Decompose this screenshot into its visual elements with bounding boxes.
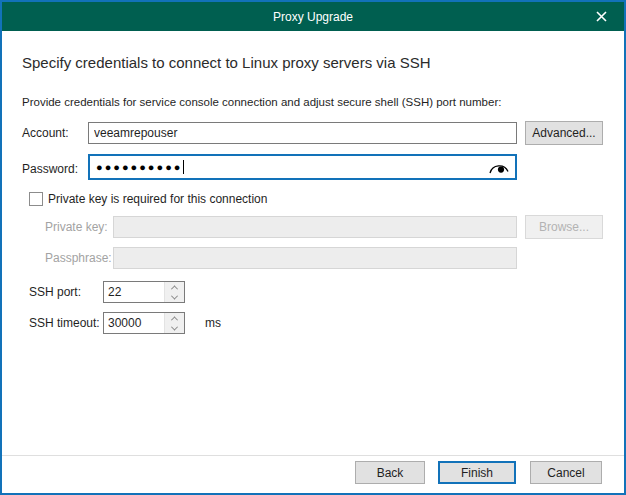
chevron-up-icon [171, 316, 178, 323]
passphrase-input [113, 247, 517, 269]
ssh-port-up-button[interactable] [165, 282, 184, 292]
private-key-checkbox[interactable] [29, 192, 43, 206]
chevron-down-icon [171, 292, 178, 299]
cancel-button[interactable]: Cancel [530, 461, 602, 484]
chevron-down-icon [171, 323, 178, 330]
page-title: Specify credentials to connect to Linux … [22, 54, 431, 71]
ssh-port-spinner [164, 282, 184, 302]
passphrase-label: Passphrase: [45, 247, 112, 269]
ssh-port-input[interactable] [104, 282, 164, 302]
ssh-timeout-down-button[interactable] [165, 323, 184, 333]
ssh-timeout-input[interactable] [104, 313, 164, 333]
back-button[interactable]: Back [355, 461, 425, 484]
chevron-up-icon [171, 285, 178, 292]
window-title: Proxy Upgrade [273, 10, 353, 24]
text-caret [183, 160, 184, 174]
ssh-timeout-up-button[interactable] [165, 313, 184, 323]
account-label: Account: [22, 122, 69, 144]
titlebar: Proxy Upgrade [2, 2, 624, 31]
password-input[interactable]: ●●●●●●●●●● [88, 154, 517, 180]
password-label: Password: [22, 156, 78, 182]
ssh-timeout-spinbox [103, 312, 185, 334]
footer-separator [2, 455, 624, 456]
private-key-checkbox-label: Private key is required for this connect… [48, 192, 267, 206]
ssh-timeout-unit: ms [205, 312, 221, 334]
ssh-timeout-spinner [164, 313, 184, 333]
close-button[interactable] [579, 2, 624, 31]
ssh-port-down-button[interactable] [165, 292, 184, 302]
finish-button[interactable]: Finish [438, 461, 516, 484]
reveal-password-icon[interactable] [488, 160, 509, 175]
ssh-port-label: SSH port: [29, 281, 81, 303]
intro-text: Provide credentials for service console … [22, 96, 501, 108]
proxy-upgrade-dialog: Proxy Upgrade Specify credentials to con… [0, 0, 626, 495]
ssh-timeout-label: SSH timeout: [29, 312, 100, 334]
private-key-input [113, 216, 517, 238]
account-input[interactable] [88, 122, 517, 144]
private-key-label: Private key: [45, 216, 108, 238]
password-masked-value: ●●●●●●●●●● [96, 162, 182, 173]
ssh-port-spinbox [103, 281, 185, 303]
advanced-button[interactable]: Advanced... [525, 121, 603, 145]
close-icon [596, 8, 607, 26]
browse-button: Browse... [525, 215, 603, 239]
